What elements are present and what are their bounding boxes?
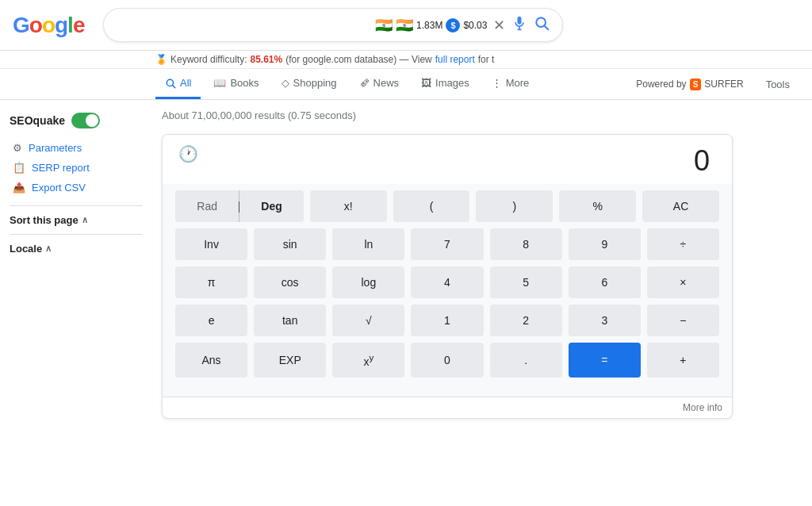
calc-row-1: Inv sin ln 7 8 9 ÷ bbox=[175, 228, 719, 260]
more-info[interactable]: More info bbox=[163, 397, 732, 418]
tab-images-label: Images bbox=[435, 77, 469, 89]
main-layout: SEOquake ⚙ Parameters 📋 SERP report 📤 Ex… bbox=[0, 100, 812, 428]
tab-books-label: Books bbox=[230, 77, 259, 89]
locale-label: Locale bbox=[10, 243, 42, 255]
kw-difficulty: 85.61% bbox=[251, 54, 283, 65]
export-csv-label: Export CSV bbox=[32, 182, 86, 194]
calc-btn-inv[interactable]: Inv bbox=[175, 228, 247, 260]
calc-btn-open-paren[interactable]: ( bbox=[393, 190, 470, 222]
calc-btn-e[interactable]: e bbox=[175, 305, 247, 336]
calc-btn-3[interactable]: 3 bbox=[569, 305, 641, 336]
kw-suffix: (for google.com database) — View bbox=[285, 54, 432, 65]
calc-result: 0 bbox=[198, 144, 716, 178]
images-icon: 🖼 bbox=[421, 77, 431, 89]
tab-more-label: More bbox=[506, 77, 530, 89]
results-count: About 71,00,00,000 results (0.75 seconds… bbox=[162, 109, 793, 121]
svg-line-5 bbox=[173, 85, 175, 87]
calc-btn-multiply[interactable]: × bbox=[647, 266, 719, 298]
calc-btn-exp[interactable]: EXP bbox=[254, 343, 326, 378]
search-input[interactable]: calculator bbox=[117, 18, 369, 33]
calculator-widget: 🕐 0 Rad | Deg x! ( ) % AC bbox=[162, 134, 733, 419]
powered-by-label: Powered by bbox=[636, 79, 686, 90]
tab-all[interactable]: All bbox=[155, 69, 201, 99]
calc-display: 🕐 0 bbox=[163, 135, 732, 184]
surfer-badge: S bbox=[690, 79, 702, 90]
calc-btn-equals[interactable]: = bbox=[569, 343, 641, 378]
search-flags: 🇮🇳 🇮🇳 1.83M $ $0.03 bbox=[375, 17, 487, 34]
kw-label: Keyword difficulty: bbox=[170, 54, 247, 65]
tab-news[interactable]: 🗞 News bbox=[350, 69, 409, 99]
calc-btn-0[interactable]: 0 bbox=[411, 343, 483, 378]
calc-btn-subtract[interactable]: − bbox=[647, 305, 719, 336]
powered-by: Powered by S SURFER bbox=[636, 79, 743, 90]
serp-report-label: SERP report bbox=[32, 162, 90, 174]
calc-btn-close-paren[interactable]: ) bbox=[476, 190, 553, 222]
sidebar-divider-1 bbox=[10, 205, 143, 206]
dollar-badge: $ bbox=[446, 18, 460, 33]
calc-btn-ln[interactable]: ln bbox=[332, 228, 404, 260]
shopping-icon: ◇ bbox=[282, 77, 289, 89]
svg-line-3 bbox=[545, 26, 549, 30]
tab-books[interactable]: 📖 Books bbox=[204, 69, 268, 99]
calc-btn-4[interactable]: 4 bbox=[411, 266, 483, 298]
seoquake-toggle[interactable] bbox=[71, 113, 100, 128]
calc-btn-pi[interactable]: π bbox=[175, 266, 247, 298]
search-volume: 1.83M bbox=[416, 20, 442, 31]
calc-btn-ans[interactable]: Ans bbox=[175, 343, 247, 378]
calc-btn-decimal[interactable]: . bbox=[490, 343, 562, 378]
calc-btn-8[interactable]: 8 bbox=[490, 228, 562, 260]
sort-label: Sort this page bbox=[10, 214, 79, 226]
calc-btn-rad[interactable]: Rad bbox=[175, 190, 239, 222]
tab-images[interactable]: 🖼 Images bbox=[412, 69, 479, 99]
tab-shopping[interactable]: ◇ Shopping bbox=[272, 69, 347, 99]
calc-btn-factorial[interactable]: x! bbox=[310, 190, 387, 222]
calc-btn-log[interactable]: log bbox=[332, 266, 404, 298]
sidebar-divider-2 bbox=[10, 234, 143, 235]
clear-button[interactable]: ✕ bbox=[493, 17, 505, 34]
sidebar-item-parameters[interactable]: ⚙ Parameters bbox=[10, 138, 143, 158]
search-box-wrapper: calculator 🇮🇳 🇮🇳 1.83M $ $0.03 ✕ bbox=[103, 8, 563, 42]
sidebar-item-serp-report[interactable]: 📋 SERP report bbox=[10, 158, 143, 178]
calc-btn-percent[interactable]: % bbox=[559, 190, 636, 222]
calc-btn-deg[interactable]: Deg bbox=[239, 190, 303, 222]
calc-btn-5[interactable]: 5 bbox=[490, 266, 562, 298]
tab-news-label: News bbox=[373, 77, 400, 89]
calc-btn-2[interactable]: 2 bbox=[490, 305, 562, 336]
serp-report-icon: 📋 bbox=[13, 162, 25, 174]
locale-chevron-icon: ∧ bbox=[45, 243, 52, 254]
calc-row-3: e tan √ 1 2 3 − bbox=[175, 305, 719, 336]
tools-button[interactable]: Tools bbox=[756, 71, 799, 98]
calc-btn-tan[interactable]: tan bbox=[254, 305, 326, 336]
tab-shopping-label: Shopping bbox=[293, 77, 337, 89]
calc-history-icon[interactable]: 🕐 bbox=[178, 144, 198, 163]
calc-btn-divide[interactable]: ÷ bbox=[647, 228, 719, 260]
surfer-brand: SURFER bbox=[704, 79, 743, 90]
kw-badge: 🏅 bbox=[155, 54, 167, 65]
calc-buttons: Rad | Deg x! ( ) % AC Inv sin ln 7 8 bbox=[163, 184, 732, 397]
tab-more[interactable]: ⋮ More bbox=[482, 69, 539, 99]
nav-tabs: All 📖 Books ◇ Shopping 🗞 News 🖼 Images ⋮… bbox=[155, 69, 538, 99]
calc-btn-sin[interactable]: sin bbox=[254, 228, 326, 260]
top-bar: Google calculator 🇮🇳 🇮🇳 1.83M $ $0.03 ✕ bbox=[0, 0, 812, 51]
sort-this-page-section[interactable]: Sort this page ∧ bbox=[10, 214, 143, 226]
kw-full-report-link[interactable]: full report bbox=[435, 54, 475, 65]
search-button[interactable] bbox=[534, 15, 550, 35]
calc-btn-power[interactable]: xy bbox=[332, 343, 404, 378]
calc-btn-sqrt[interactable]: √ bbox=[332, 305, 404, 336]
calc-btn-7[interactable]: 7 bbox=[411, 228, 483, 260]
calc-btn-6[interactable]: 6 bbox=[569, 266, 641, 298]
export-csv-icon: 📤 bbox=[13, 182, 25, 194]
calc-btn-9[interactable]: 9 bbox=[569, 228, 641, 260]
locale-section[interactable]: Locale ∧ bbox=[10, 243, 143, 255]
calc-btn-add[interactable]: + bbox=[647, 343, 719, 378]
google-logo: Google bbox=[13, 13, 84, 38]
mic-button[interactable] bbox=[511, 15, 527, 35]
calc-btn-ac[interactable]: AC bbox=[642, 190, 719, 222]
sidebar-item-export-csv[interactable]: 📤 Export CSV bbox=[10, 178, 143, 197]
seoquake-title: SEOquake bbox=[10, 114, 65, 127]
india-flag-icon-2: 🇮🇳 bbox=[396, 17, 413, 34]
calc-row-2: π cos log 4 5 6 × bbox=[175, 266, 719, 298]
calc-btn-cos[interactable]: cos bbox=[254, 266, 326, 298]
calc-btn-1[interactable]: 1 bbox=[411, 305, 483, 336]
parameters-label: Parameters bbox=[29, 142, 82, 154]
